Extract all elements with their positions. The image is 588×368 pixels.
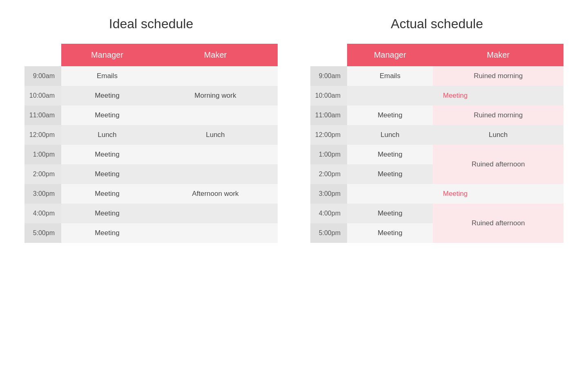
table-row: 4:00pmMeeting [24, 204, 278, 223]
table-row: 9:00amEmails [24, 66, 278, 86]
ideal-schedule-section: Ideal schedule Manager Maker 9:00amEmail… [24, 16, 278, 243]
maker-cell: Afternoon work [153, 184, 278, 204]
time-cell: 1:00pm [310, 145, 347, 164]
maker-cell [153, 204, 278, 223]
manager-cell: Meeting [347, 204, 433, 223]
table-row: 11:00amMeetingRuined morning [310, 105, 564, 125]
time-cell: 4:00pm [24, 204, 61, 223]
maker-cell [153, 105, 278, 125]
table-row: 9:00amEmailsRuined morning [310, 66, 564, 86]
table-row: 1:00pmMeeting [24, 145, 278, 164]
manager-cell: Meeting [61, 184, 153, 204]
maker-cell [153, 223, 278, 243]
time-cell: 3:00pm [310, 184, 347, 204]
manager-cell: Meeting [347, 145, 433, 164]
maker-cell: Ruined morning [433, 105, 564, 125]
meeting-span-cell: Meeting [347, 86, 564, 105]
time-cell: 11:00am [310, 105, 347, 125]
table-row: 10:00amMeetingMorning work [24, 86, 278, 105]
time-cell: 1:00pm [24, 145, 61, 164]
table-row: 4:00pmMeetingRuined afternoon [310, 204, 564, 223]
table-row: 1:00pmMeetingRuined afternoon [310, 145, 564, 164]
manager-cell: Lunch [61, 125, 153, 145]
ideal-manager-header: Manager [61, 44, 153, 66]
time-cell: 5:00pm [310, 223, 347, 243]
time-cell: 12:00pm [24, 125, 61, 145]
actual-schedule-section: Actual schedule Manager Maker 9:00amEmai… [310, 16, 564, 243]
maker-cell: Lunch [433, 125, 564, 145]
time-cell: 9:00am [24, 66, 61, 86]
table-row: 5:00pmMeeting [24, 223, 278, 243]
page-container: Ideal schedule Manager Maker 9:00amEmail… [24, 16, 564, 243]
maker-cell [153, 66, 278, 86]
time-cell: 10:00am [24, 86, 61, 105]
table-row: 11:00amMeeting [24, 105, 278, 125]
actual-title: Actual schedule [310, 16, 564, 31]
table-row: 12:00pmLunchLunch [24, 125, 278, 145]
maker-cell: Lunch [153, 125, 278, 145]
maker-cell [153, 145, 278, 164]
manager-cell: Emails [61, 66, 153, 86]
time-cell: 2:00pm [24, 164, 61, 184]
table-row: 12:00pmLunchLunch [310, 125, 564, 145]
maker-cell [153, 164, 278, 184]
table-row: 10:00amMeeting [310, 86, 564, 105]
manager-cell: Meeting [347, 223, 433, 243]
ruined-afternoon-cell: Ruined afternoon [433, 145, 564, 184]
time-cell: 3:00pm [24, 184, 61, 204]
time-cell: 5:00pm [24, 223, 61, 243]
actual-table: Manager Maker 9:00amEmailsRuined morning… [310, 44, 564, 243]
time-cell: 10:00am [310, 86, 347, 105]
manager-cell: Meeting [61, 145, 153, 164]
time-cell: 11:00am [24, 105, 61, 125]
manager-cell: Meeting [61, 164, 153, 184]
maker-cell: Morning work [153, 86, 278, 105]
actual-manager-header: Manager [347, 44, 433, 66]
manager-cell: Meeting [347, 164, 433, 184]
ideal-table: Manager Maker 9:00amEmails10:00amMeeting… [24, 44, 278, 243]
table-row: 3:00pmMeetingAfternoon work [24, 184, 278, 204]
time-cell: 9:00am [310, 66, 347, 86]
ruined-afternoon-cell: Ruined afternoon [433, 204, 564, 243]
table-row: 2:00pmMeeting [24, 164, 278, 184]
table-row: 3:00pmMeeting [310, 184, 564, 204]
ideal-time-header [24, 44, 61, 66]
time-cell: 12:00pm [310, 125, 347, 145]
maker-cell: Ruined morning [433, 66, 564, 86]
time-cell: 2:00pm [310, 164, 347, 184]
ideal-title: Ideal schedule [24, 16, 278, 31]
manager-cell: Meeting [61, 86, 153, 105]
ideal-maker-header: Maker [153, 44, 278, 66]
manager-cell: Emails [347, 66, 433, 86]
manager-cell: Meeting [61, 204, 153, 223]
actual-maker-header: Maker [433, 44, 564, 66]
meeting-span-cell: Meeting [347, 184, 564, 204]
actual-time-header [310, 44, 347, 66]
manager-cell: Meeting [61, 223, 153, 243]
manager-cell: Meeting [61, 105, 153, 125]
time-cell: 4:00pm [310, 204, 347, 223]
manager-cell: Meeting [347, 105, 433, 125]
manager-cell: Lunch [347, 125, 433, 145]
